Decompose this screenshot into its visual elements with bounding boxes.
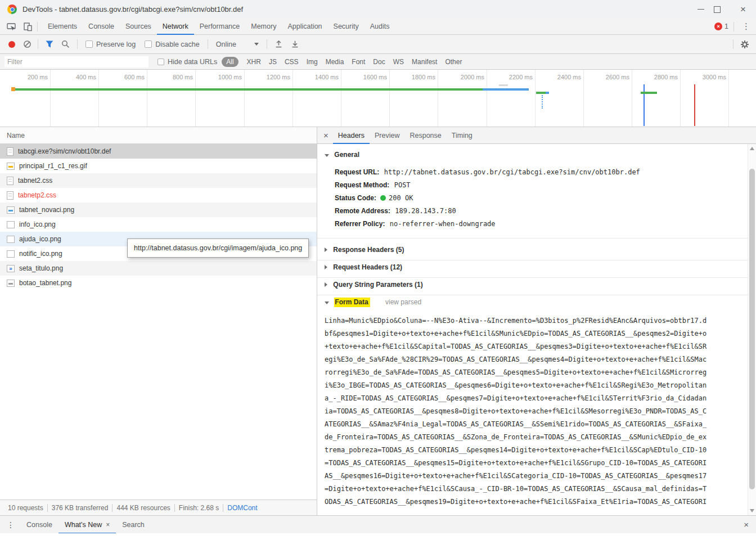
tab-network[interactable]: Network — [157, 19, 194, 35]
type-filter-xhr[interactable]: XHR — [247, 58, 261, 66]
table-row[interactable]: » seta_titulo.png — [0, 261, 317, 276]
overview-tick: 2600 ms — [596, 74, 629, 80]
request-name: tabnet2.css — [18, 173, 52, 188]
expand-arrow-icon — [325, 248, 327, 252]
close-tab-icon[interactable]: × — [106, 521, 110, 529]
image-thumbnail-icon — [7, 163, 15, 170]
form-data-line: ATEGORIAS__&SAmaz%F4nia_Legal=TODAS_AS_C… — [325, 420, 706, 428]
request-bar-blue — [483, 88, 529, 91]
scroll-up-icon[interactable] — [750, 147, 754, 150]
transferred-size: 376 KB transferred — [52, 504, 109, 512]
field-value: POST — [394, 181, 411, 189]
general-section-header[interactable]: General — [325, 151, 359, 159]
checkbox-icon[interactable] — [158, 58, 164, 65]
tab-elements[interactable]: Elements — [42, 19, 83, 35]
general-field: Request URL: http://tabnet.datasus.gov.b… — [335, 168, 640, 176]
request-headers-section[interactable]: Request Headers (12) — [325, 263, 402, 271]
filter-toggle-icon[interactable] — [46, 40, 53, 48]
name-column-header[interactable]: Name — [0, 127, 317, 144]
section-title: Request Headers (12) — [333, 263, 402, 271]
view-parsed-link[interactable]: view parsed — [385, 298, 421, 306]
field-key: Request Method: — [335, 181, 389, 189]
drawer-tab-search[interactable]: Search — [116, 516, 151, 534]
drawer-menu-icon[interactable]: ⋮ — [0, 520, 20, 529]
tab-sources[interactable]: Sources — [120, 19, 157, 35]
request-bar-green — [536, 92, 546, 94]
type-filter-ws[interactable]: WS — [393, 58, 404, 66]
close-details-icon[interactable]: × — [323, 130, 328, 140]
preserve-log-checkbox[interactable]: Preserve log — [86, 40, 136, 48]
type-filter-font[interactable]: Font — [352, 58, 365, 66]
type-filter-js[interactable]: JS — [269, 58, 277, 66]
response-headers-section[interactable]: Response Headers (5) — [325, 246, 404, 254]
general-field: Status Code:200 OK — [335, 194, 413, 202]
devtools-menu-icon[interactable]: ⋮ — [736, 21, 756, 32]
record-button[interactable] — [8, 41, 15, 48]
form-data-line: =TODAS_AS_CATEGORIAS__&pesqmes15=Digite+… — [325, 459, 706, 467]
error-badge-icon[interactable]: × — [714, 22, 722, 30]
tab-application[interactable]: Application — [282, 19, 327, 35]
table-row[interactable]: tabnetp2.css — [0, 188, 317, 202]
close-window-button[interactable]: × — [730, 0, 756, 19]
tab-preview[interactable]: Preview — [370, 127, 404, 144]
type-filter-media[interactable]: Media — [326, 58, 344, 66]
separator — [38, 39, 38, 49]
maximize-button[interactable] — [704, 0, 730, 19]
search-icon[interactable] — [61, 40, 70, 48]
type-filter-css[interactable]: CSS — [285, 58, 299, 66]
hide-data-urls-checkbox[interactable]: Hide data URLs — [158, 58, 217, 66]
expand-arrow-icon — [325, 265, 327, 269]
tab-audits[interactable]: Audits — [364, 19, 395, 35]
request-bar-green — [641, 92, 657, 94]
close-drawer-icon[interactable]: × — [736, 520, 756, 529]
request-name: tabcgi.exe?sim/cnv/obt10br.def — [18, 144, 111, 159]
table-row[interactable]: botao_tabnet.png — [0, 276, 317, 290]
type-filter-doc[interactable]: Doc — [373, 58, 385, 66]
type-filter-manifest[interactable]: Manifest — [412, 58, 437, 66]
table-row[interactable]: info_ico.png — [0, 217, 317, 232]
type-filter-other[interactable]: Other — [445, 58, 462, 66]
type-filter-img[interactable]: Img — [307, 58, 318, 66]
clear-button[interactable] — [23, 40, 32, 48]
tab-performance[interactable]: Performance — [194, 19, 246, 35]
separator — [112, 504, 112, 512]
import-har-icon[interactable] — [274, 40, 283, 48]
network-overview[interactable]: 200 ms 400 ms 600 ms 800 ms 1000 ms 1200… — [0, 70, 756, 127]
drawer-tab-console[interactable]: Console — [20, 516, 58, 534]
throttling-dropdown[interactable]: Online — [216, 40, 259, 48]
export-har-icon[interactable] — [291, 40, 299, 48]
checkbox-icon[interactable] — [145, 40, 152, 48]
table-row[interactable]: principal_r1_c1_res.gif — [0, 159, 317, 173]
table-row[interactable]: tabcgi.exe?sim/cnv/obt10br.def — [0, 144, 317, 159]
settings-gear-icon[interactable] — [740, 40, 749, 49]
device-toolbar-icon[interactable] — [23, 22, 33, 32]
checkbox-icon[interactable] — [86, 40, 93, 48]
inspect-element-icon[interactable] — [7, 22, 16, 32]
overview-gridline — [680, 70, 681, 127]
overview-tick: 1200 ms — [256, 74, 290, 80]
table-row[interactable]: tabnet2.css — [0, 173, 317, 188]
query-string-section[interactable]: Query String Parameters (1) — [325, 281, 423, 289]
form-data-line: a_-_RIDE=TODAS_AS_CATEGORIAS__&pesqmes7=… — [325, 394, 706, 402]
overview-tick: 2000 ms — [451, 74, 484, 80]
form-data-section-header[interactable]: Form Data view parsed — [325, 298, 421, 306]
table-row[interactable]: tabnet_novaci.png — [0, 202, 317, 217]
tab-response[interactable]: Response — [404, 127, 446, 144]
details-scrollbar[interactable] — [748, 144, 756, 515]
type-filter-all[interactable]: All — [222, 57, 238, 67]
section-title: Query String Parameters (1) — [333, 281, 422, 289]
scroll-down-icon[interactable] — [750, 509, 754, 512]
section-divider — [317, 238, 748, 238]
minimize-button[interactable] — [678, 0, 704, 19]
filter-input[interactable] — [4, 56, 148, 68]
request-name: info_ico.png — [19, 217, 56, 232]
error-count[interactable]: 1 — [724, 22, 728, 30]
tab-security[interactable]: Security — [328, 19, 364, 35]
drawer-tab-whats-new[interactable]: What's New× — [58, 516, 116, 534]
scrollbar-thumb[interactable] — [749, 169, 755, 489]
tab-memory[interactable]: Memory — [245, 19, 282, 35]
tab-console[interactable]: Console — [83, 19, 120, 35]
tab-timing[interactable]: Timing — [447, 127, 478, 144]
tab-headers[interactable]: Headers — [333, 127, 370, 144]
disable-cache-checkbox[interactable]: Disable cache — [145, 40, 200, 48]
